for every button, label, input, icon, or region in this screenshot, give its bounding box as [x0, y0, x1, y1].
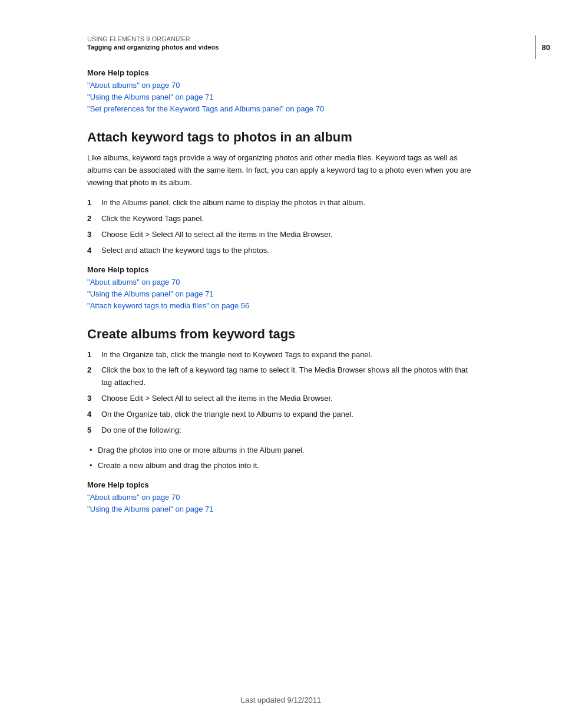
- section1-step-2: 2 Click the Keyword Tags panel.: [87, 213, 475, 225]
- page-subtitle: Tagging and organizing photos and videos: [87, 44, 475, 51]
- section2-step-1: 1 In the Organize tab, click the triangl…: [87, 349, 475, 361]
- section2-steps: 1 In the Organize tab, click the triangl…: [87, 349, 475, 437]
- page-footer: Last updated 9/12/2011: [0, 696, 562, 704]
- section1-step-2-text: Click the Keyword Tags panel.: [101, 214, 204, 223]
- section2-step-4-text: On the Organize tab, click the triangle …: [101, 410, 353, 419]
- section2-bullet-1-text: Drag the photos into one or more albums …: [98, 446, 305, 454]
- page-number: 80: [542, 43, 562, 52]
- section1-step-4-text: Select and attach the keyword tags to th…: [101, 246, 269, 255]
- section1-help-link-2-anchor: Using the Albums panel: [90, 289, 171, 298]
- header-section: USING ELEMENTS 9 ORGANIZER Tagging and o…: [87, 35, 475, 51]
- section2-step-5: 5 Do one of the following:: [87, 424, 475, 437]
- section1-more-help: More Help topics "About albums" on page …: [87, 265, 475, 310]
- section2-step-3-text: Choose Edit > Select All to select all t…: [101, 394, 333, 403]
- section2-bullet-2: Create a new album and drag the photos i…: [87, 460, 475, 472]
- section2-step-2: 2 Click the box to the left of a keyword…: [87, 364, 475, 389]
- first-help-link-1[interactable]: "About albums" on page 70: [87, 81, 475, 90]
- section1-step-1-text: In the Albums panel, click the album nam…: [101, 198, 365, 207]
- first-more-help-title: More Help topics: [87, 68, 475, 77]
- section2-bullet-2-text: Create a new album and drag the photos i…: [98, 461, 259, 470]
- section2-step-5-text: Do one of the following:: [101, 426, 181, 434]
- section1-step-1: 1 In the Albums panel, click the album n…: [87, 197, 475, 209]
- first-help-link-1-anchor[interactable]: About albums: [90, 81, 137, 90]
- section2-step-2-text: Click the box to the left of a keyword t…: [101, 365, 468, 387]
- section1-help-link-3[interactable]: "Attach keyword tags to media files" on …: [87, 301, 475, 310]
- breadcrumb: USING ELEMENTS 9 ORGANIZER: [87, 35, 475, 42]
- section1-heading: Attach keyword tags to photos in an albu…: [87, 130, 475, 145]
- section1-paragraph: Like albums, keyword tags provide a way …: [87, 152, 475, 189]
- section1-steps: 1 In the Albums panel, click the album n…: [87, 197, 475, 256]
- section1-help-link-3-anchor: Attach keyword tags to media files: [90, 301, 206, 310]
- section1-help-link-1[interactable]: "About albums" on page 70: [87, 278, 475, 286]
- section-attach-keyword-tags: Attach keyword tags to photos in an albu…: [87, 130, 475, 310]
- section2-help-link-2-anchor: Using the Albums panel: [90, 505, 171, 513]
- section2-help-link-2[interactable]: "Using the Albums panel" on page 71: [87, 505, 475, 513]
- section2-heading: Create albums from keyword tags: [87, 327, 475, 342]
- section1-step-3-text: Choose Edit > Select All to select all t…: [101, 230, 333, 239]
- section1-step-3: 3 Choose Edit > Select All to select all…: [87, 229, 475, 241]
- section2-more-help-title: More Help topics: [87, 480, 475, 489]
- section-create-albums: Create albums from keyword tags 1 In the…: [87, 327, 475, 513]
- footer-text: Last updated 9/12/2011: [241, 696, 322, 704]
- page-number-bar: 80: [535, 35, 562, 59]
- first-help-link-2-anchor: Using the Albums panel: [90, 93, 171, 101]
- section2-bullets: Drag the photos into one or more albums …: [87, 444, 475, 472]
- first-help-link-2[interactable]: "Using the Albums panel" on page 71: [87, 93, 475, 101]
- section2-help-link-1[interactable]: "About albums" on page 70: [87, 493, 475, 502]
- first-help-link-1-text: "About albums" on page 70: [87, 81, 180, 90]
- section2-step-1-text: In the Organize tab, click the triangle …: [101, 350, 372, 359]
- section1-help-link-2[interactable]: "Using the Albums panel" on page 71: [87, 289, 475, 298]
- first-help-link-3[interactable]: "Set preferences for the Keyword Tags an…: [87, 104, 475, 113]
- page-container: 80 USING ELEMENTS 9 ORGANIZER Tagging an…: [0, 0, 562, 728]
- section1-more-help-title: More Help topics: [87, 265, 475, 274]
- section2-help-link-1-anchor: About albums: [90, 493, 137, 502]
- page-border: [535, 35, 536, 59]
- section2-step-3: 3 Choose Edit > Select All to select all…: [87, 393, 475, 405]
- section1-help-link-1-anchor: About albums: [90, 278, 137, 286]
- first-help-link-3-anchor: Set preferences for the Keyword Tags and…: [90, 104, 281, 113]
- section1-step-4: 4 Select and attach the keyword tags to …: [87, 245, 475, 257]
- section2-bullet-1: Drag the photos into one or more albums …: [87, 444, 475, 457]
- first-more-help-section: More Help topics "About albums" on page …: [87, 68, 475, 113]
- section2-more-help: More Help topics "About albums" on page …: [87, 480, 475, 513]
- section2-step-4: 4 On the Organize tab, click the triangl…: [87, 409, 475, 421]
